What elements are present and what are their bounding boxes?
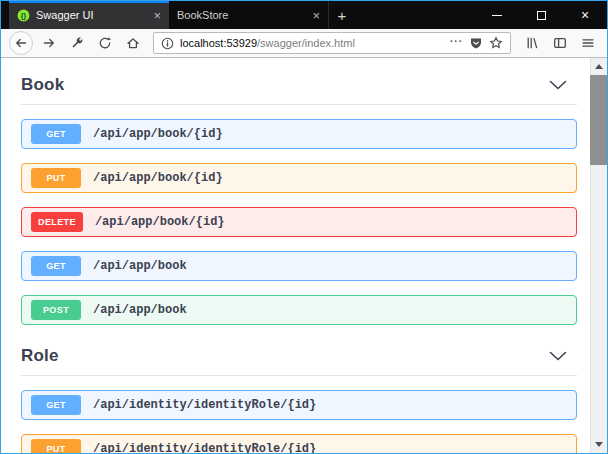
tab-close-icon[interactable]: × [312,9,320,22]
back-icon [9,31,33,55]
sidebar-toggle-button[interactable] [547,31,572,55]
new-tab-button[interactable]: + [329,1,355,29]
site-info-icon[interactable] [161,37,174,50]
section-divider [21,375,577,376]
address-bar[interactable]: localhost:53929/swagger/index.html ··· [153,32,511,54]
minimize-icon [492,15,502,16]
method-badge: GET [31,395,81,415]
endpoint-path: /api/app/book/{id} [95,215,225,229]
section-book: Book GET /api/app/book/{id} PUT /api/app… [21,70,577,325]
method-badge: POST [31,300,81,320]
chevron-down-icon [549,351,567,361]
close-button[interactable]: × [563,1,607,29]
chevron-down-icon [549,80,567,90]
hamburger-menu-icon [581,36,595,50]
scroll-down-icon [595,442,603,447]
reload-icon [98,36,112,50]
tab-bookstore[interactable]: BookStore × [169,1,329,29]
library-button[interactable] [519,31,544,55]
scroll-up-button[interactable] [590,58,607,75]
section-header-role[interactable]: Role [21,341,577,371]
svg-text:{}: {} [21,11,27,19]
endpoint-row[interactable]: POST /api/app/book [21,295,577,325]
scrollbar-thumb[interactable] [590,75,607,165]
page-content: Book GET /api/app/book/{id} PUT /api/app… [1,58,607,453]
method-badge: GET [31,256,81,276]
pocket-icon[interactable] [469,36,483,50]
swagger-page: Book GET /api/app/book/{id} PUT /api/app… [1,58,590,453]
tab-close-icon[interactable]: × [153,9,161,22]
method-badge: DELETE [31,212,83,232]
library-icon [525,36,539,50]
endpoint-row[interactable]: GET /api/identity/identityRole/{id} [21,390,577,420]
section-divider [21,104,577,105]
url-host: localhost:53929 [180,37,257,49]
tab-title: BookStore [177,9,306,21]
endpoint-path: /api/app/book/{id} [93,127,223,141]
endpoint-row[interactable]: GET /api/app/book/{id} [21,119,577,149]
endpoint-path: /api/app/book [93,303,187,317]
home-icon [126,36,140,50]
url-text: localhost:53929/swagger/index.html [180,37,444,49]
forward-icon [42,36,56,50]
section-header-book[interactable]: Book [21,70,577,100]
endpoint-path: /api/app/book/{id} [93,171,223,185]
reload-button[interactable] [92,31,117,55]
developer-tools-button[interactable] [64,31,89,55]
titlebar: {} Swagger UI × BookStore × + × [1,1,607,29]
maximize-button[interactable] [519,1,563,29]
scroll-up-icon [595,64,603,69]
forward-button[interactable] [36,31,61,55]
endpoint-path: /api/identity/identityRole/{id} [93,442,316,453]
url-path: /swagger/index.html [257,37,355,49]
maximize-icon [537,11,546,20]
endpoint-list: GET /api/identity/identityRole/{id} PUT … [21,390,577,453]
navigation-toolbar: localhost:53929/swagger/index.html ··· [1,29,607,58]
menu-button[interactable] [575,31,600,55]
close-icon: × [581,8,589,22]
endpoint-row[interactable]: GET /api/app/book [21,251,577,281]
section-role: Role GET /api/identity/identityRole/{id}… [21,341,577,453]
endpoint-row[interactable]: DELETE /api/app/book/{id} [21,207,577,237]
home-button[interactable] [120,31,145,55]
endpoint-path: /api/app/book [93,259,187,273]
wrench-icon [70,36,84,50]
back-button[interactable] [8,31,33,55]
section-title: Role [21,346,59,366]
minimize-button[interactable] [475,1,519,29]
endpoint-list: GET /api/app/book/{id} PUT /api/app/book… [21,119,577,325]
page-actions-button[interactable]: ··· [450,37,463,50]
vertical-scrollbar[interactable] [590,58,607,453]
method-badge: GET [31,124,81,144]
tab-title: Swagger UI [36,9,147,21]
method-badge: PUT [31,439,81,453]
endpoint-row[interactable]: PUT /api/app/book/{id} [21,163,577,193]
endpoint-row[interactable]: PUT /api/identity/identityRole/{id} [21,434,577,453]
swagger-favicon-icon: {} [17,9,30,22]
bookmark-star-icon[interactable] [489,36,503,50]
sidebar-icon [553,36,567,50]
window-controls: × [475,1,607,29]
browser-window: {} Swagger UI × BookStore × + × [0,0,608,454]
scroll-down-button[interactable] [590,436,607,453]
endpoint-path: /api/identity/identityRole/{id} [93,398,316,412]
section-title: Book [21,75,64,95]
tab-swagger-ui[interactable]: {} Swagger UI × [9,1,169,29]
method-badge: PUT [31,168,81,188]
